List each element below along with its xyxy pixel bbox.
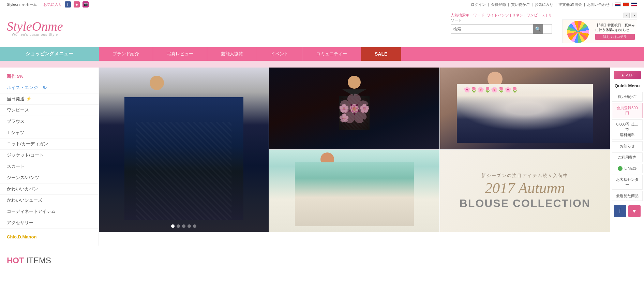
quick-menu-shipping[interactable]: 8,000円 以上で 送料無料 [612, 119, 643, 140]
sidebar-item-coordinate[interactable]: コーディネートアイテム [0, 206, 99, 217]
pinwheel-graphic [563, 20, 593, 43]
banner-nav: ＜ ＞ [624, 13, 637, 18]
sidebar-item-skirt[interactable]: スカート [0, 161, 99, 172]
nav-photo-review[interactable]: 写真レビュー [153, 47, 207, 61]
social-buttons: f ♥ [614, 205, 641, 217]
hot-items-section: HOT ITEMS [0, 249, 644, 278]
facebook-button[interactable]: f [614, 205, 626, 217]
quick-menu: ▲ V.I.P Quick Menu 買い物かご 会員登録300円 8,000円… [610, 68, 644, 246]
quick-menu-title: Quick Menu [615, 82, 640, 90]
sidebar-item-jeans[interactable]: ジーンズ/パンツ [0, 172, 99, 184]
nav-shopping-menu[interactable]: ショッピングメニュー [0, 47, 99, 61]
favorites-social-button[interactable]: ♥ [628, 205, 641, 217]
clover-icon[interactable]: ♣ [74, 1, 80, 8]
banner-area: ＜ ＞ 【8月】韓国祝日・夏休みに伴う休業のお知らせ 詳しくはコチラ [562, 13, 637, 43]
top-bar-right: ログイン | 会員登録 | 買い物かご | お気に入り | 注文/配送照会 | … [471, 2, 637, 7]
sidebar-item-onepiece[interactable]: ワンピース [0, 105, 99, 116]
vip-button[interactable]: ▲ V.I.P [614, 71, 641, 79]
sidebar-item-accessory[interactable]: アクセサリー [0, 217, 99, 229]
search-keywords: 人気検索キーワード: ワイドパンツ | リネン | ワンピース | リ ソート [451, 13, 552, 23]
sidebar-item-bag[interactable]: かわいいカバン [0, 184, 99, 195]
fb-icon[interactable]: f [65, 1, 71, 8]
logo-area: StyleOnme Women's Luxurious Style [7, 20, 63, 36]
dot-3 [182, 224, 185, 228]
nav-celebrity[interactable]: 芸能人協賛 [207, 47, 257, 61]
logo[interactable]: StyleOnme [7, 20, 63, 33]
hero-autumn-banner: 新シーズンの注目アイテム続々入荷中 2017 Autumn BLOUSE COL… [440, 150, 610, 232]
sidebar-item-chio[interactable]: Chio.D.Manon [0, 232, 99, 242]
items-text: ITEMS [26, 256, 51, 265]
flag-kr[interactable] [615, 2, 621, 6]
search-box: 🔍 [451, 24, 552, 34]
autumn-collection: BLOUSE COLLECTION [460, 197, 590, 210]
banner-image: 【8月】韓国祝日・夏休みに伴う休業のお知らせ 詳しくはコチラ [562, 19, 637, 43]
favorites-link[interactable]: お気に入り [43, 2, 62, 7]
instagram-icon[interactable]: 📷 [83, 1, 89, 8]
flag-us[interactable] [631, 2, 637, 6]
nav-sub-bar [0, 61, 644, 68]
sidebar: 新作 5% ルイス・エンジェル 当日発送 ⚡ ワンピース ブラウス T-シャツ … [0, 68, 99, 246]
register-link[interactable]: 会員登録 [491, 2, 506, 7]
quick-menu-cart[interactable]: 買い物かご [612, 92, 643, 102]
nav-items: ブランド紹介 写真レビュー 芸能人協賛 イベント コミュニティー SALE [99, 47, 644, 61]
quick-menu-register[interactable]: 会員登録300円 [612, 103, 643, 118]
nav-community[interactable]: コミュニティー [302, 47, 361, 61]
line-icon [618, 166, 623, 171]
hero-cell-autumn-banner: 新シーズンの注目アイテム続々入荷中 2017 Autumn BLOUSE COL… [440, 150, 610, 232]
sidebar-item-shoes[interactable]: かわいいシューズ [0, 195, 99, 206]
sidebar-item-new[interactable]: 新作 5% [0, 71, 99, 82]
fav-link[interactable]: お気に入り [535, 2, 553, 7]
banner-text: 【8月】韓国祝日・夏休みに伴う休業のお知らせ 詳しくはコチラ [593, 20, 637, 43]
banner-next-button[interactable]: ＞ [631, 13, 637, 18]
nav-event[interactable]: イベント [257, 47, 302, 61]
contact-link[interactable]: お問い合わせ [587, 2, 610, 7]
search-button[interactable]: 🔍 [533, 24, 543, 34]
sidebar-item-louis[interactable]: ルイス・エンジェル [0, 82, 99, 93]
hot-items-title: HOT ITEMS [7, 256, 637, 265]
hero-cell-blue-dress [99, 68, 269, 232]
quick-menu-usage[interactable]: ご利用案内 [612, 152, 643, 162]
hero-section: 🌸🌸🌸🌸 [99, 68, 610, 246]
hero-grid: 🌸🌸🌸🌸 [99, 68, 610, 232]
hero-dots [171, 224, 196, 228]
hero-image-mint [269, 150, 439, 232]
dot-2 [177, 224, 180, 228]
quick-menu-support[interactable]: お客様センター [612, 175, 643, 190]
autumn-season-text: 新シーズンの注目アイテム続々入荷中 [481, 173, 568, 179]
sidebar-item-jacket[interactable]: ジャケット/コート [0, 150, 99, 161]
cart-link[interactable]: 買い物かご [511, 2, 530, 7]
search-input[interactable] [451, 25, 533, 33]
banner-details-button[interactable]: 詳しくはコチラ [595, 34, 635, 40]
search-area: 人気検索キーワード: ワイドパンツ | リネン | ワンピース | リ ソート … [451, 13, 552, 34]
quick-menu-recent[interactable]: 最近見た商品 [612, 191, 643, 201]
sidebar-item-tshirt[interactable]: T-シャツ [0, 127, 99, 138]
nav-sale[interactable]: SALE [361, 47, 401, 61]
sidebar-item-knit[interactable]: ニット/カーディガン [0, 138, 99, 150]
hero-cell-floral-dark: 🌸🌸🌸🌸 [269, 68, 439, 149]
autumn-year: 2017 Autumn [485, 181, 565, 196]
dot-5 [193, 224, 196, 228]
header: StyleOnme Women's Luxurious Style 人気検索キー… [0, 9, 644, 47]
dot-1 [171, 224, 175, 228]
sidebar-item-sameday[interactable]: 当日発送 ⚡ [0, 93, 99, 105]
hot-text: HOT [7, 256, 24, 265]
quick-menu-notice[interactable]: お知らせ [612, 141, 643, 151]
quick-menu-line[interactable]: LINE@ [612, 164, 643, 173]
top-bar-left: Styleonme ホーム | お気に入り f ♣ 📷 [7, 1, 89, 8]
hero-cell-floral-white: 🌸🌷🌸🌷🌸🌷🌸🌷 [440, 68, 610, 149]
home-link[interactable]: Styleonme ホーム [7, 2, 37, 7]
login-link[interactable]: ログイン [471, 2, 486, 7]
nav-bar: ショッピングメニュー ブランド紹介 写真レビュー 芸能人協賛 イベント コミュニ… [0, 47, 644, 61]
hero-image-blue-dress [99, 68, 269, 232]
sidebar-item-blouse[interactable]: ブラウス [0, 116, 99, 127]
top-bar: Styleonme ホーム | お気に入り f ♣ 📷 ログイン | 会員登録 … [0, 0, 644, 9]
dot-4 [188, 224, 191, 228]
header-right: 人気検索キーワード: ワイドパンツ | リネン | ワンピース | リ ソート … [451, 13, 637, 43]
banner-prev-button[interactable]: ＜ [624, 13, 630, 18]
nav-brand[interactable]: ブランド紹介 [99, 47, 153, 61]
order-link[interactable]: 注文/配送照会 [558, 2, 582, 7]
main-content: 新作 5% ルイス・エンジェル 当日発送 ⚡ ワンピース ブラウス T-シャツ … [0, 68, 644, 246]
hero-image-floral-white: 🌸🌷🌸🌷🌸🌷🌸🌷 [440, 68, 610, 149]
flag-cn[interactable] [623, 2, 629, 6]
hero-cell-mint [269, 150, 439, 232]
